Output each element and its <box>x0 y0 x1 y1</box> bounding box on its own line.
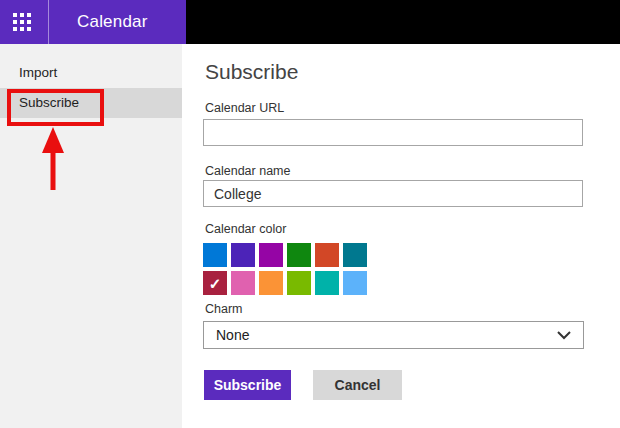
charm-label: Charm <box>205 302 243 316</box>
calendar-name-label: Calendar name <box>205 164 290 178</box>
sidebar-item-subscribe[interactable]: Subscribe <box>0 88 182 118</box>
color-swatch[interactable]: ✓ <box>203 271 227 295</box>
chevron-down-icon <box>557 331 571 340</box>
subscribe-panel: Subscribe Calendar URL Calendar name Cal… <box>182 44 620 428</box>
color-swatch[interactable] <box>315 243 339 267</box>
color-swatch[interactable] <box>231 271 255 295</box>
settings-sidebar: Import Subscribe <box>0 44 182 428</box>
calendar-url-input[interactable] <box>203 119 583 146</box>
sidebar-item-import[interactable]: Import <box>0 58 182 88</box>
color-swatch[interactable] <box>203 243 227 267</box>
cancel-button[interactable]: Cancel <box>313 370 402 400</box>
top-bar-divider <box>48 0 49 44</box>
color-swatch[interactable] <box>343 271 367 295</box>
color-swatch[interactable] <box>287 271 311 295</box>
color-swatch[interactable] <box>231 243 255 267</box>
annotation-arrow-up-icon <box>39 126 67 190</box>
page-title: Subscribe <box>205 60 298 84</box>
color-swatch[interactable] <box>259 243 283 267</box>
app-title: Calendar <box>77 0 148 44</box>
color-swatch[interactable] <box>259 271 283 295</box>
calendar-name-input[interactable] <box>203 180 583 207</box>
color-swatch[interactable] <box>287 243 311 267</box>
calendar-url-label: Calendar URL <box>205 101 284 115</box>
app-launcher-icon[interactable] <box>13 13 31 31</box>
calendar-settings-window: Calendar Import Subscribe Subscribe Cale… <box>0 0 620 428</box>
color-swatch[interactable] <box>315 271 339 295</box>
charm-selected-value: None <box>216 327 249 343</box>
calendar-color-label: Calendar color <box>205 222 286 236</box>
subscribe-button[interactable]: Subscribe <box>204 370 291 400</box>
top-bar: Calendar <box>0 0 620 44</box>
color-swatch[interactable] <box>343 243 367 267</box>
charm-select[interactable]: None <box>203 321 584 349</box>
calendar-color-picker: ✓ <box>203 243 367 295</box>
